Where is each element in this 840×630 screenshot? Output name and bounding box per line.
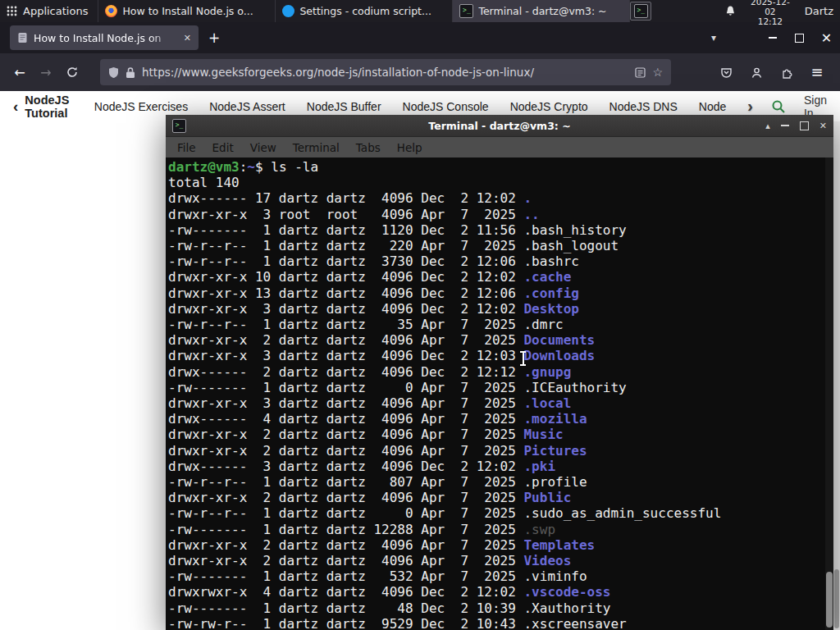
terminal-line: drwxr-xr-x 13 dartz dartz 4096 Dec 2 12:…: [168, 285, 824, 301]
file-name: .sudo_as_admin_successful: [523, 505, 721, 521]
lock-icon[interactable]: [126, 66, 135, 79]
file-meta: drwxr-xr-x 2 dartz dartz 4096 Apr 7 2025: [168, 553, 523, 568]
terminal-body[interactable]: dartz@vm3:~$ ls -la total 140 drwx------…: [166, 158, 833, 630]
total-line: total 140: [168, 175, 824, 190]
terminal-line: drwxrwxr-x 4 dartz dartz 4096 Dec 2 12:0…: [168, 584, 824, 600]
terminal-scrollbar-thumb[interactable]: [826, 572, 833, 628]
site-nav-item[interactable]: NodeJS Exercises: [94, 100, 188, 113]
panel-task-button[interactable]: Terminal - dartz@vm3: ~: [453, 0, 630, 22]
site-nav-item[interactable]: Node: [699, 100, 726, 113]
file-meta: drwxr-xr-x 2 dartz dartz 4096 Apr 7 2025: [168, 537, 523, 553]
terminal-window-icon: [172, 119, 186, 133]
pocket-icon[interactable]: [713, 59, 739, 85]
terminal-close-button[interactable]: ✕: [819, 121, 827, 131]
tab-close-icon[interactable]: ✕: [184, 33, 191, 43]
minimize-icon: [781, 125, 789, 126]
window-close-button[interactable]: ✕: [813, 22, 840, 53]
panel-task-button[interactable]: Settings - codium script...: [276, 0, 453, 22]
site-nav-item[interactable]: NodeJS DNS: [609, 100, 678, 113]
forward-button[interactable]: →: [33, 59, 59, 85]
terminal-line: -rw------- 1 dartz dartz 0 Apr 7 2025 .I…: [168, 380, 824, 395]
file-name: .viminfo: [523, 568, 587, 584]
terminal-menu-help[interactable]: Help: [389, 139, 431, 156]
terminal-window: Terminal - dartz@vm3: ~ ▴ ✕ FileEditView…: [166, 115, 833, 630]
prompt-path: ~: [247, 159, 255, 175]
file-name: .pki: [523, 459, 555, 474]
back-button[interactable]: ←: [7, 59, 33, 85]
terminal-titlebar[interactable]: Terminal - dartz@vm3: ~ ▴ ✕: [166, 115, 833, 137]
terminal-menu-file[interactable]: File: [169, 139, 204, 156]
terminal-line: drwxr-xr-x 10 dartz dartz 4096 Dec 2 12:…: [168, 269, 824, 285]
terminal-line: drwx------ 4 dartz dartz 4096 Apr 7 2025…: [168, 411, 824, 427]
terminal-line: drwx------ 2 dartz dartz 4096 Dec 2 12:1…: [168, 364, 824, 380]
terminal-menu-tabs[interactable]: Tabs: [348, 139, 389, 156]
terminal-line: -rw------- 1 dartz dartz 1120 Dec 2 11:5…: [168, 222, 824, 238]
panel-task-list: How to Install Node.js o...Settings - co…: [98, 0, 630, 22]
terminal-launcher[interactable]: [630, 2, 651, 21]
site-nav-item[interactable]: NodeJS Assert: [209, 100, 285, 113]
task-title: How to Install Node.js o...: [122, 5, 253, 17]
panel-username[interactable]: Dartz: [805, 5, 833, 17]
page-scrollbar[interactable]: [833, 121, 840, 630]
minimize-icon: [769, 37, 777, 39]
panel-clock[interactable]: 2025-12-02 12:12: [747, 0, 793, 26]
file-name: .ICEauthority: [523, 380, 626, 395]
window-minimize-button[interactable]: [759, 22, 786, 53]
new-tab-button[interactable]: +: [202, 25, 226, 50]
page-scrollbar-thumb[interactable]: [834, 569, 839, 628]
terminal-minimize-button[interactable]: [781, 125, 789, 126]
terminal-line: drwxr-xr-x 3 dartz dartz 4096 Dec 2 12:0…: [168, 301, 824, 317]
file-meta: drwxr-xr-x 3 root root 4096 Apr 7 2025: [168, 207, 523, 222]
site-nav-item[interactable]: NodeJS Console: [403, 100, 489, 113]
window-maximize-button[interactable]: [786, 22, 813, 53]
extensions-icon[interactable]: [774, 59, 800, 85]
file-meta: drwx------ 17 dartz dartz 4096 Dec 2 12:…: [168, 190, 523, 206]
site-nav-item[interactable]: NodeJS Buffer: [307, 100, 381, 113]
terminal-line: -rw-r--r-- 1 dartz dartz 220 Apr 7 2025 …: [168, 238, 824, 253]
menu-button[interactable]: ≡: [804, 59, 830, 85]
terminal-line: drwxr-xr-x 3 root root 4096 Apr 7 2025 .…: [168, 207, 824, 222]
terminal-menu-terminal[interactable]: Terminal: [285, 139, 348, 156]
file-meta: drwxr-xr-x 13 dartz dartz 4096 Dec 2 12:…: [168, 285, 523, 301]
notification-bell-icon[interactable]: [725, 5, 736, 17]
file-meta: -rw------- 1 dartz dartz 12288 Apr 7 202…: [168, 522, 523, 537]
task-title: Terminal - dartz@vm3: ~: [478, 5, 606, 17]
tab-title: How to Install Node.js on: [34, 32, 178, 44]
tracking-shield-icon[interactable]: [108, 66, 119, 79]
browser-tab[interactable]: How to Install Node.js on ✕: [10, 25, 199, 50]
terminal-maximize-button[interactable]: [800, 121, 809, 130]
reload-button[interactable]: [59, 59, 85, 85]
search-icon[interactable]: [771, 99, 786, 114]
task-title: Settings - codium script...: [299, 5, 431, 17]
terminal-line: -rw-rw-r-- 1 dartz dartz 9529 Dec 2 10:4…: [168, 616, 824, 630]
site-nav-back[interactable]: ‹ NodeJS Tutorial: [13, 94, 73, 120]
panel-task-button[interactable]: How to Install Node.js o...: [98, 0, 276, 22]
list-all-tabs-icon[interactable]: ▾: [701, 32, 726, 43]
account-icon[interactable]: [743, 59, 769, 85]
file-meta: drwxr-xr-x 3 dartz dartz 4096 Dec 2 12:0…: [168, 348, 523, 363]
terminal-line: -rw-r--r-- 1 dartz dartz 0 Apr 7 2025 .s…: [168, 505, 824, 521]
terminal-line: drwxr-xr-x 2 dartz dartz 4096 Apr 7 2025…: [168, 427, 824, 442]
terminal-line: drwxr-xr-x 3 dartz dartz 4096 Apr 7 2025…: [168, 395, 824, 411]
file-name: .bashrc: [523, 253, 578, 269]
terminal-scrollbar[interactable]: [825, 158, 833, 630]
url-bar[interactable]: https://www.geeksforgeeks.org/node-js/in…: [100, 59, 671, 85]
applications-button[interactable]: Applications: [0, 0, 98, 22]
file-meta: drwxr-xr-x 2 dartz dartz 4096 Apr 7 2025: [168, 427, 523, 442]
chevron-right-icon[interactable]: ›: [747, 97, 753, 116]
file-meta: -rw-r--r-- 1 dartz dartz 0 Apr 7 2025: [168, 505, 523, 521]
file-name: .gnupg: [523, 364, 571, 380]
site-nav-item[interactable]: NodeJS Crypto: [510, 100, 588, 113]
terminal-menu-edit[interactable]: Edit: [204, 139, 242, 156]
bookmark-star-icon[interactable]: ☆: [652, 66, 663, 79]
terminal-menu-view[interactable]: View: [242, 139, 285, 156]
page-favicon: [17, 32, 28, 43]
browser-toolbar: ← → https://www.geeksforgeeks.org/node-j…: [0, 53, 840, 91]
file-meta: -rw------- 1 dartz dartz 48 Dec 2 10:39: [168, 600, 523, 616]
file-name: .Xauthority: [523, 600, 610, 616]
tabbar-right: ▾ ✕: [701, 22, 840, 53]
reader-view-icon[interactable]: [635, 67, 646, 78]
site-nav-items: NodeJS ExercisesNodeJS AssertNodeJS Buff…: [94, 100, 727, 113]
terminal-shade-button[interactable]: ▴: [765, 121, 770, 131]
file-meta: drwxr-xr-x 2 dartz dartz 4096 Apr 7 2025: [168, 443, 523, 459]
